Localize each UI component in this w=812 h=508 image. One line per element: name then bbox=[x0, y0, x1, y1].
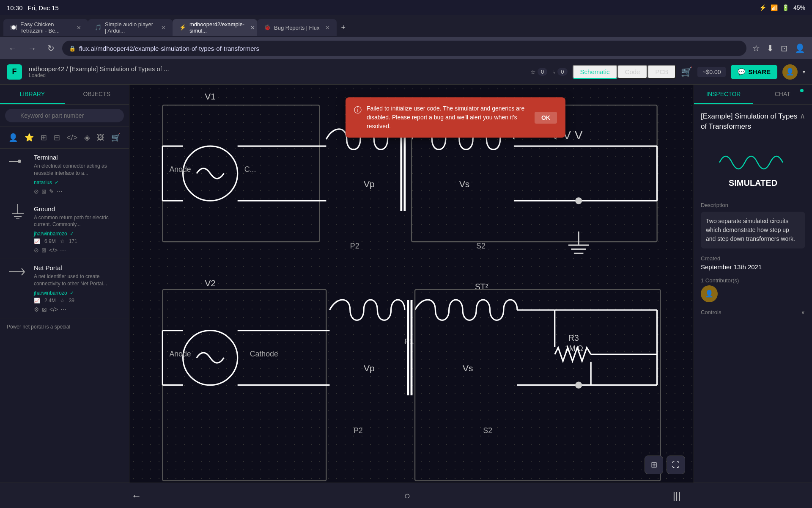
svg-text:Anode: Anode bbox=[169, 350, 191, 358]
filter-cart-button[interactable]: 🛒 bbox=[109, 131, 123, 144]
netportal-star-icon: ☆ bbox=[60, 298, 65, 304]
tab-inspector[interactable]: INSPECTOR bbox=[694, 85, 753, 104]
netportal-more-button[interactable]: ⋯ bbox=[60, 306, 66, 313]
project-title: [Example] Simulation of Types of Transfo… bbox=[701, 111, 800, 132]
forward-button[interactable]: → bbox=[25, 42, 40, 55]
battery-percent: 45% bbox=[793, 4, 805, 11]
netportal-nosim2-button[interactable]: ⊠ bbox=[42, 306, 47, 313]
netportal-stars: 39 bbox=[69, 298, 74, 304]
terminal-nosim2-button[interactable]: ⊠ bbox=[41, 188, 47, 195]
s2-label2: S2 bbox=[483, 426, 492, 435]
filter-cube-button[interactable]: ◈ bbox=[82, 131, 93, 144]
list-item[interactable]: Ground A common return path for electric… bbox=[0, 200, 129, 260]
search-input[interactable] bbox=[5, 109, 124, 122]
svg-text:Anode: Anode bbox=[169, 165, 191, 174]
collapse-icon[interactable]: ∧ bbox=[800, 111, 805, 121]
netportal-trend-icon: 📈 bbox=[34, 298, 40, 304]
home-nav-button[interactable]: ○ bbox=[404, 490, 410, 502]
ground-code-button[interactable]: </> bbox=[49, 247, 58, 254]
status-time: 10:30 Fri, Dec 15 bbox=[7, 4, 59, 11]
tab-code[interactable]: Code bbox=[617, 65, 648, 79]
tab-audio-close[interactable]: ✕ bbox=[161, 25, 166, 31]
share-icon: 💬 bbox=[738, 68, 746, 76]
sidebar: LIBRARY OBJECTS 🔍 👤 ⭐ ⊞ ⊟ </> ◈ 🖼 🛒 bbox=[0, 85, 129, 508]
refresh-button[interactable]: ↻ bbox=[44, 41, 58, 55]
controls-label[interactable]: Controls ∨ bbox=[701, 309, 805, 315]
download-button[interactable]: ⬇ bbox=[765, 41, 776, 55]
cart-button[interactable]: 🛒 bbox=[681, 66, 692, 77]
secure-icon: 🔒 bbox=[69, 45, 76, 52]
tab-bugs-close[interactable]: ✕ bbox=[325, 25, 330, 31]
report-bug-link[interactable]: report a bug bbox=[412, 114, 444, 121]
filter-image-button[interactable]: 🖼 bbox=[94, 131, 107, 144]
ground-nosim2-button[interactable]: ⊠ bbox=[41, 247, 47, 254]
fork-count: 0 bbox=[557, 68, 567, 76]
tab-pcb[interactable]: PCB bbox=[647, 65, 676, 79]
error-message: Failed to initialize user code. The simu… bbox=[367, 104, 529, 131]
sidebar-tab-library[interactable]: LIBRARY bbox=[0, 85, 65, 104]
star-icon: ☆ bbox=[530, 69, 536, 75]
vp-label2: Vp bbox=[364, 363, 375, 373]
back-button[interactable]: ← bbox=[5, 42, 20, 55]
list-item[interactable]: Net Portal A net identifier used to crea… bbox=[0, 259, 129, 318]
terminal-name: Terminal bbox=[34, 154, 122, 161]
terminal-preview bbox=[7, 154, 29, 169]
contributors-label: 1 Contributor(s) bbox=[701, 277, 805, 284]
bookmark-button[interactable]: ☆ bbox=[751, 41, 762, 55]
url-bar[interactable]: 🔒 flux.ai/mdhooper42/example-simulation-… bbox=[62, 41, 746, 56]
terminal-more-button[interactable]: ⋯ bbox=[57, 188, 63, 195]
tab-audio[interactable]: 🎵 Simple audio player | Ardui... ✕ bbox=[88, 19, 173, 36]
tab-search-button[interactable]: ⊡ bbox=[779, 41, 790, 55]
user-avatar[interactable]: 👤 bbox=[782, 64, 798, 80]
main-layout: LIBRARY OBJECTS 🔍 👤 ⭐ ⊞ ⊟ </> ◈ 🖼 🛒 bbox=[0, 85, 812, 508]
new-tab-button[interactable]: + bbox=[337, 21, 350, 35]
star-button[interactable]: ☆ 0 bbox=[530, 68, 547, 76]
app-logo[interactable]: F bbox=[7, 64, 22, 80]
tab-flux-close[interactable]: ✕ bbox=[250, 25, 255, 31]
vs-label2: Vs bbox=[463, 363, 473, 373]
filter-person-button[interactable]: 👤 bbox=[6, 131, 20, 144]
tab-bugs[interactable]: 🐞 Bug Reports | Flux ✕ bbox=[257, 19, 337, 36]
sidebar-tab-objects[interactable]: OBJECTS bbox=[65, 85, 129, 104]
ground-trend-icon: 📈 bbox=[34, 238, 40, 244]
filter-grid-button[interactable]: ⊞ bbox=[38, 131, 49, 144]
terminal-nosim-button[interactable]: ⊘ bbox=[34, 188, 39, 195]
component-icon-row: 👤 ⭐ ⊞ ⊟ </> ◈ 🖼 🛒 bbox=[0, 127, 129, 149]
wifi-icon: 📶 bbox=[771, 4, 778, 11]
filter-code-button[interactable]: </> bbox=[64, 131, 80, 144]
url-text: flux.ai/mdhooper42/example-simulation-of… bbox=[79, 45, 740, 52]
tab-schematic[interactable]: Schematic bbox=[573, 65, 617, 79]
recent-nav-button[interactable]: ||| bbox=[673, 490, 681, 502]
terminal-edit-button[interactable]: ✎ bbox=[49, 188, 54, 195]
tab-flux-active[interactable]: ⚡ mdhooper42/example-simul... ✕ bbox=[173, 19, 257, 36]
netportal-downloads: 2.4M bbox=[44, 298, 56, 304]
tab-chat[interactable]: CHAT bbox=[753, 85, 812, 104]
terminal-actions: ⊘ ⊠ ✎ ⋯ bbox=[34, 188, 122, 195]
canvas-area[interactable]: ⓘ Failed to initialize user code. The si… bbox=[129, 85, 694, 508]
svg-point-30 bbox=[575, 197, 582, 204]
description-label: Description bbox=[701, 202, 805, 208]
share-button[interactable]: 💬 SHARE bbox=[731, 65, 777, 79]
tab-chicken[interactable]: 🍽️ Easy Chicken Tetrazzini - Be... ✕ bbox=[3, 19, 88, 36]
grid-toggle-button[interactable]: ⊞ bbox=[645, 456, 663, 474]
netportal-code-button[interactable]: </> bbox=[49, 306, 58, 313]
v1-label: V1 bbox=[205, 91, 216, 101]
tab-bugs-title: Bug Reports | Flux bbox=[274, 25, 319, 31]
ground-downloads: 6.9M bbox=[44, 238, 56, 244]
vs-label1: Vs bbox=[459, 179, 469, 189]
toast-ok-button[interactable]: OK bbox=[535, 112, 557, 124]
list-item[interactable]: Terminal An electrical connector acting … bbox=[0, 149, 129, 200]
profile-button[interactable]: 👤 bbox=[793, 41, 807, 55]
ground-nosim-button[interactable]: ⊘ bbox=[34, 247, 39, 254]
tab-chicken-close[interactable]: ✕ bbox=[77, 25, 81, 31]
fork-button[interactable]: ⑂ 0 bbox=[552, 68, 567, 76]
back-nav-button[interactable]: ← bbox=[131, 490, 141, 502]
netportal-settings-button[interactable]: ⚙ bbox=[34, 306, 39, 313]
bluetooth-icon: ⚡ bbox=[759, 4, 766, 11]
list-item[interactable]: Power net portal is a special bbox=[0, 318, 129, 336]
filter-table-button[interactable]: ⊟ bbox=[51, 131, 63, 144]
simulated-label: SIMULATED bbox=[701, 178, 805, 188]
filter-star-button[interactable]: ⭐ bbox=[22, 131, 36, 144]
fullscreen-button[interactable]: ⛶ bbox=[667, 456, 685, 474]
ground-more-button[interactable]: ⋯ bbox=[60, 247, 66, 254]
